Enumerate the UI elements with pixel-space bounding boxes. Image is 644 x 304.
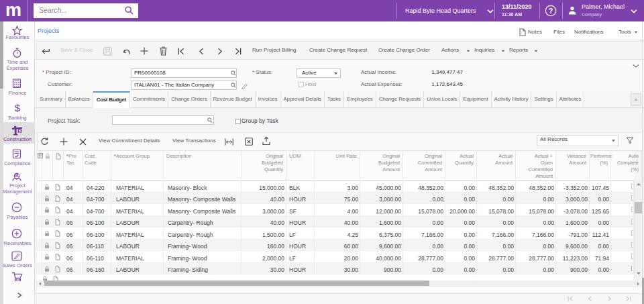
svg-text:?: ? bbox=[549, 7, 553, 15]
